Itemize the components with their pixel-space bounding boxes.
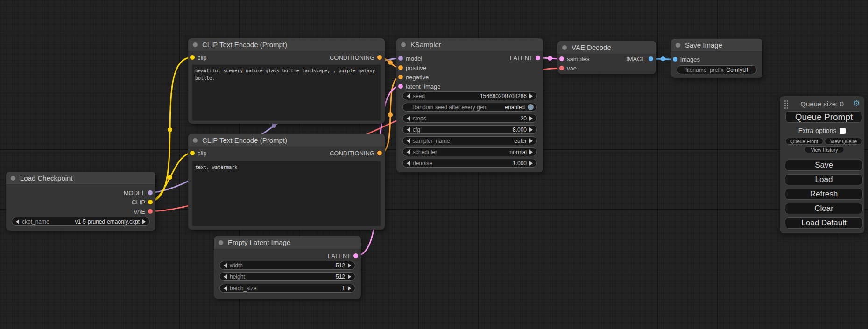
latent-port-dot[interactable] xyxy=(536,56,540,60)
collapse-dot-icon[interactable] xyxy=(193,138,198,143)
graph-canvas[interactable]: Load Checkpoint MODEL CLIP VAE ckpt_name… xyxy=(0,0,868,329)
increment-arrow-icon[interactable] xyxy=(348,263,351,268)
vae-port-dot[interactable] xyxy=(559,66,564,70)
increment-arrow-icon[interactable] xyxy=(529,161,533,166)
queue-prompt-button[interactable]: Queue Prompt xyxy=(785,111,862,123)
steps-widget[interactable]: steps 20 xyxy=(402,114,537,123)
latent-port-dot[interactable] xyxy=(353,253,358,258)
node-clip-text-encode-negative[interactable]: CLIP Text Encode (Prompt) clip CONDITION… xyxy=(188,134,385,230)
decrement-arrow-icon[interactable] xyxy=(16,219,19,224)
queue-front-button[interactable]: Queue Front xyxy=(785,138,823,145)
node-title-bar[interactable]: Save Image xyxy=(671,39,762,52)
ckpt-name-widget[interactable]: ckpt_name v1-5-pruned-emaonly.ckpt xyxy=(12,217,150,226)
image-port-dot[interactable] xyxy=(649,56,653,61)
node-empty-latent-image[interactable]: Empty Latent Image LATENT width 512 heig… xyxy=(214,236,361,299)
node-clip-text-encode-positive[interactable]: CLIP Text Encode (Prompt) clip CONDITION… xyxy=(188,38,385,124)
refresh-button[interactable]: Refresh xyxy=(785,189,863,200)
view-history-button[interactable]: View History xyxy=(804,146,844,153)
increment-arrow-icon[interactable] xyxy=(529,116,533,121)
node-ksampler[interactable]: KSampler model positive negative latent_… xyxy=(396,38,543,172)
clear-button[interactable]: Clear xyxy=(785,203,863,214)
output-image: IMAGE xyxy=(626,56,653,62)
decrement-arrow-icon[interactable] xyxy=(407,139,410,143)
port-label: IMAGE xyxy=(626,56,646,63)
latent-port-dot[interactable] xyxy=(559,56,564,61)
filename-prefix-widget[interactable]: filename_prefix ComfyUI xyxy=(677,65,757,74)
node-save-image[interactable]: Save Image images filename_prefix ComfyU… xyxy=(671,39,762,78)
prompt-textarea[interactable]: text, watermark xyxy=(192,161,381,226)
model-port-dot[interactable] xyxy=(148,190,153,195)
conditioning-port-dot[interactable] xyxy=(398,75,403,79)
collapse-dot-icon[interactable] xyxy=(676,43,680,48)
height-widget[interactable]: height 512 xyxy=(219,272,355,281)
node-title-bar[interactable]: CLIP Text Encode (Prompt) xyxy=(188,134,385,147)
save-button[interactable]: Save xyxy=(785,160,863,171)
view-queue-button[interactable]: View Queue xyxy=(825,138,862,145)
extra-options-checkbox[interactable] xyxy=(840,128,846,134)
node-title-bar[interactable]: Load Checkpoint xyxy=(6,172,155,185)
widget-label: Random seed after every gen xyxy=(412,104,486,111)
load-button[interactable]: Load xyxy=(785,174,863,185)
scheduler-widget[interactable]: scheduler normal xyxy=(402,147,537,156)
collapse-dot-icon[interactable] xyxy=(11,176,15,181)
widget-value: 1.000 xyxy=(513,160,527,167)
widget-label: width xyxy=(230,262,243,269)
cfg-widget[interactable]: cfg 8.000 xyxy=(402,125,537,134)
node-title-bar[interactable]: Empty Latent Image xyxy=(214,236,361,249)
decrement-arrow-icon[interactable] xyxy=(407,150,410,154)
conditioning-port-dot[interactable] xyxy=(377,151,382,155)
width-widget[interactable]: width 512 xyxy=(219,261,355,270)
conditioning-port-dot[interactable] xyxy=(398,65,403,70)
decrement-arrow-icon[interactable] xyxy=(224,286,227,291)
collapse-dot-icon[interactable] xyxy=(562,45,567,50)
increment-arrow-icon[interactable] xyxy=(142,219,146,224)
output-latent: LATENT xyxy=(510,55,540,61)
clip-port-dot[interactable] xyxy=(190,55,195,60)
decrement-arrow-icon[interactable] xyxy=(224,274,227,279)
denoise-widget[interactable]: denoise 1.000 xyxy=(402,159,537,168)
increment-arrow-icon[interactable] xyxy=(529,94,533,98)
node-title: CLIP Text Encode (Prompt) xyxy=(202,136,287,144)
node-load-checkpoint[interactable]: Load Checkpoint MODEL CLIP VAE ckpt_name… xyxy=(6,172,155,231)
conditioning-port-dot[interactable] xyxy=(377,55,382,60)
widget-label: denoise xyxy=(413,160,432,167)
batch-size-widget[interactable]: batch_size 1 xyxy=(219,284,355,293)
gear-icon[interactable]: ⚙ xyxy=(853,98,860,108)
widget-value: 8.000 xyxy=(513,126,527,133)
latent-port-dot[interactable] xyxy=(398,84,403,89)
seed-toggle-icon[interactable] xyxy=(528,104,534,110)
load-default-button[interactable]: Load Default xyxy=(785,217,863,229)
node-title-bar[interactable]: CLIP Text Encode (Prompt) xyxy=(188,38,385,51)
increment-arrow-icon[interactable] xyxy=(529,139,533,143)
collapse-dot-icon[interactable] xyxy=(401,42,406,47)
node-vae-decode[interactable]: VAE Decode samples vae IMAGE xyxy=(557,41,656,74)
image-port-dot[interactable] xyxy=(673,57,677,62)
input-negative: negative xyxy=(398,74,429,80)
clip-port-dot[interactable] xyxy=(190,151,195,155)
collapse-dot-icon[interactable] xyxy=(219,240,223,245)
widget-value: 20 xyxy=(521,115,527,122)
link-dot xyxy=(272,123,276,128)
decrement-arrow-icon[interactable] xyxy=(407,94,410,98)
increment-arrow-icon[interactable] xyxy=(348,274,351,279)
increment-arrow-icon[interactable] xyxy=(348,286,351,291)
input-clip: clip xyxy=(190,54,207,61)
widget-value: enabled xyxy=(505,104,525,111)
node-title: CLIP Text Encode (Prompt) xyxy=(202,41,287,49)
clip-port-dot[interactable] xyxy=(148,200,153,204)
decrement-arrow-icon[interactable] xyxy=(407,116,410,121)
node-title-bar[interactable]: VAE Decode xyxy=(557,41,656,54)
node-title-bar[interactable]: KSampler xyxy=(396,38,543,51)
model-port-dot[interactable] xyxy=(398,56,403,61)
sampler-name-widget[interactable]: sampler_name euler xyxy=(402,136,537,145)
prompt-textarea[interactable]: beautiful scenery nature glass bottle la… xyxy=(192,64,381,121)
increment-arrow-icon[interactable] xyxy=(529,127,533,132)
random-seed-widget[interactable]: Random seed after every gen enabled xyxy=(402,103,537,112)
seed-widget[interactable]: seed 156680208700286 xyxy=(402,91,537,100)
decrement-arrow-icon[interactable] xyxy=(407,127,410,132)
decrement-arrow-icon[interactable] xyxy=(407,161,410,166)
vae-port-dot[interactable] xyxy=(148,209,153,214)
decrement-arrow-icon[interactable] xyxy=(224,263,227,268)
increment-arrow-icon[interactable] xyxy=(529,150,533,154)
collapse-dot-icon[interactable] xyxy=(193,42,198,47)
